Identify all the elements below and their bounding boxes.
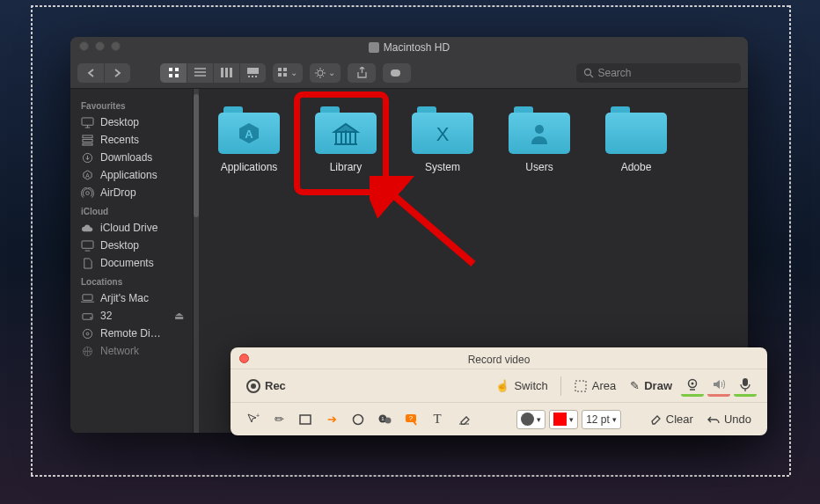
- question-tool[interactable]: ?: [399, 409, 422, 430]
- svg-point-15: [318, 70, 323, 76]
- sidebar-item-icloud-drive[interactable]: iCloud Drive: [70, 219, 193, 237]
- color-swatch: [521, 413, 534, 426]
- svg-rect-36: [575, 381, 586, 391]
- icon-view-button[interactable]: [160, 63, 187, 83]
- folder-icon: A: [218, 106, 280, 154]
- svg-rect-11: [278, 68, 282, 71]
- sidebar-item-airdrop[interactable]: AirDrop: [70, 184, 193, 201]
- sidebar: Favourites Desktop Recents Downloads A A…: [70, 89, 194, 433]
- folder-library[interactable]: Library: [306, 106, 385, 173]
- sidebar-item-applications[interactable]: A Applications: [70, 166, 193, 184]
- switch-button[interactable]: ☝ Switch: [490, 376, 553, 395]
- svg-point-30: [86, 332, 89, 335]
- hand-icon: ☝: [495, 379, 509, 392]
- number-tool[interactable]: 1: [373, 409, 396, 430]
- search-input[interactable]: Search: [576, 63, 742, 83]
- gallery-view-button[interactable]: [239, 63, 266, 83]
- svg-rect-5: [225, 68, 228, 77]
- undo-icon: [707, 414, 720, 425]
- undo-button[interactable]: Undo: [702, 410, 757, 428]
- mic-button[interactable]: [734, 376, 757, 397]
- sidebar-item-desktop[interactable]: Desktop: [70, 237, 193, 254]
- folder-users[interactable]: Users: [500, 106, 579, 173]
- svg-rect-7: [247, 68, 259, 74]
- selection-border: [31, 475, 789, 477]
- disc-icon: [81, 328, 94, 340]
- rect-tool[interactable]: [294, 409, 317, 430]
- disk-icon: [81, 310, 94, 322]
- downloads-icon: [81, 152, 94, 164]
- folder-system[interactable]: X System: [403, 106, 482, 173]
- svg-rect-25: [82, 240, 93, 247]
- action-button[interactable]: ⌄: [310, 63, 340, 83]
- sidebar-item-network[interactable]: Network: [70, 342, 193, 360]
- pointer-tool[interactable]: +: [241, 409, 264, 430]
- back-button[interactable]: [77, 63, 104, 83]
- sidebar-item-documents[interactable]: Documents: [70, 254, 193, 272]
- color-swatch: [553, 413, 567, 426]
- svg-rect-1: [175, 68, 179, 71]
- sidebar-item-mac[interactable]: Arjit's Mac: [70, 289, 193, 307]
- column-view-button[interactable]: [213, 63, 239, 83]
- svg-rect-18: [82, 117, 93, 124]
- sidebar-item-disk[interactable]: 32 ⏏: [70, 307, 193, 325]
- webcam-button[interactable]: [681, 376, 704, 397]
- svg-point-29: [83, 329, 92, 338]
- draw-button[interactable]: ✎ Draw: [625, 376, 677, 395]
- tags-button[interactable]: [383, 63, 411, 83]
- svg-rect-0: [169, 68, 172, 71]
- share-button[interactable]: [348, 63, 376, 83]
- sidebar-item-desktop[interactable]: Desktop: [70, 113, 193, 131]
- svg-point-17: [584, 69, 590, 75]
- desktop-icon: [81, 240, 94, 252]
- sidebar-section-header: iCloud: [70, 201, 193, 219]
- recents-icon: [81, 135, 94, 146]
- panel-close-button[interactable]: [239, 354, 249, 363]
- selection-border: [789, 5, 791, 475]
- sidebar-item-recents[interactable]: Recents: [70, 131, 193, 149]
- forward-button[interactable]: [104, 63, 130, 83]
- record-button[interactable]: Rec: [241, 376, 291, 396]
- svg-text:A: A: [245, 128, 253, 141]
- circle-tool[interactable]: [347, 409, 370, 430]
- eraser-tool[interactable]: [452, 409, 475, 430]
- group-by-button[interactable]: ⌄: [273, 63, 303, 83]
- traffic-lights[interactable]: [79, 41, 121, 51]
- svg-point-28: [90, 317, 92, 318]
- selection-border: [31, 5, 33, 475]
- sidebar-item-downloads[interactable]: Downloads: [70, 149, 193, 166]
- folder-applications[interactable]: A Applications: [209, 106, 289, 173]
- svg-text:X: X: [436, 123, 450, 145]
- arrow-tool[interactable]: ➔: [320, 409, 343, 430]
- pen-tool[interactable]: ✏: [267, 409, 290, 430]
- fill-color-select[interactable]: ▾: [549, 410, 578, 429]
- folder-icon: [315, 106, 377, 154]
- svg-rect-39: [743, 378, 748, 386]
- stroke-color-select[interactable]: ▾: [516, 410, 545, 429]
- record-icon: [246, 379, 260, 393]
- minimize-button[interactable]: [95, 41, 105, 51]
- clear-button[interactable]: Clear: [644, 410, 699, 428]
- desktop-icon: [81, 117, 94, 128]
- font-size-select[interactable]: 12 pt▾: [582, 410, 621, 429]
- list-view-button[interactable]: [187, 63, 213, 83]
- eject-icon[interactable]: ⏏: [174, 310, 184, 322]
- sidebar-item-remote-disc[interactable]: Remote Di…: [70, 325, 193, 342]
- selection-border: [31, 5, 789, 7]
- close-button[interactable]: [79, 41, 89, 51]
- svg-point-24: [86, 191, 90, 194]
- search-icon: [583, 68, 594, 78]
- folder-icon: X: [412, 106, 473, 154]
- folder-adobe[interactable]: Adobe: [597, 106, 676, 173]
- svg-text:A: A: [85, 172, 90, 179]
- speaker-button[interactable]: [707, 376, 730, 397]
- cloud-icon: [81, 223, 94, 234]
- zoom-button[interactable]: [111, 41, 121, 51]
- recorder-panel: Record video Rec ☝ Switch Area ✎ Draw: [231, 347, 767, 435]
- area-button[interactable]: Area: [568, 376, 621, 396]
- svg-rect-2: [169, 74, 172, 77]
- apps-icon: A: [81, 170, 94, 181]
- panel-titlebar: Record video: [231, 347, 767, 369]
- text-tool[interactable]: T: [426, 409, 449, 430]
- svg-rect-13: [278, 73, 282, 77]
